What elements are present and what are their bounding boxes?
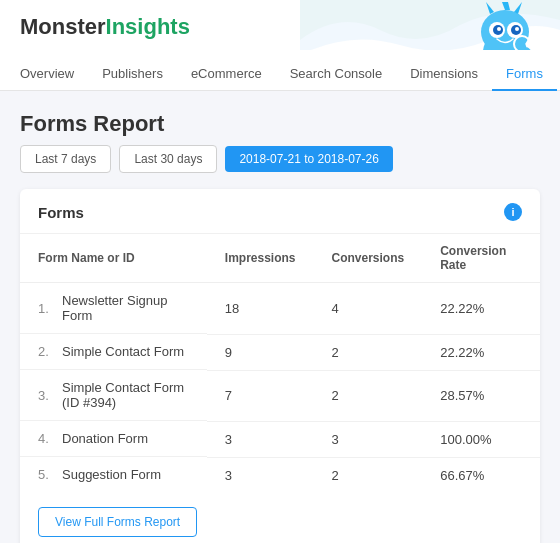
- table-row: 1. Newsletter Signup Form 18 4 22.22%: [20, 283, 540, 335]
- cell-form-name: 3. Simple Contact Form (ID #394): [20, 370, 207, 421]
- form-name: Simple Contact Form (ID #394): [62, 380, 189, 410]
- page-title: Forms Report: [20, 111, 164, 137]
- card-title: Forms: [38, 204, 84, 221]
- monster-character: [460, 2, 550, 50]
- header: MonsterInsights: [0, 0, 560, 50]
- cell-impressions: 3: [207, 457, 314, 493]
- cell-form-name: 4. Donation Form: [20, 421, 207, 457]
- nav-item-dimensions[interactable]: Dimensions: [396, 58, 492, 91]
- card-header: Forms i: [20, 189, 540, 234]
- date-buttons: Last 7 days Last 30 days 2018-07-21 to 2…: [20, 145, 393, 173]
- nav-item-forms[interactable]: Forms: [492, 58, 557, 91]
- form-name: Newsletter Signup Form: [62, 293, 189, 323]
- main-content: Forms Report Last 7 days Last 30 days 20…: [0, 91, 560, 543]
- nav-item-publishers[interactable]: Publishers: [88, 58, 177, 91]
- row-number: 5.: [38, 467, 58, 482]
- last-7-days-button[interactable]: Last 7 days: [20, 145, 111, 173]
- last-30-days-button[interactable]: Last 30 days: [119, 145, 217, 173]
- card-footer: View Full Forms Report: [20, 493, 540, 544]
- nav-item-ecommerce[interactable]: eCommerce: [177, 58, 276, 91]
- table-row: 2. Simple Contact Form 9 2 22.22%: [20, 334, 540, 370]
- cell-conversions: 3: [314, 421, 423, 457]
- row-number: 1.: [38, 301, 58, 316]
- nav-item-search-console[interactable]: Search Console: [276, 58, 397, 91]
- cell-impressions: 7: [207, 370, 314, 421]
- cell-impressions: 18: [207, 283, 314, 335]
- cell-conversions: 4: [314, 283, 423, 335]
- logo-insights: Insights: [106, 14, 190, 40]
- svg-marker-2: [486, 2, 494, 14]
- cell-impressions: 3: [207, 421, 314, 457]
- monster-svg: [460, 2, 550, 50]
- cell-form-name: 1. Newsletter Signup Form: [20, 283, 207, 334]
- col-form-name: Form Name or ID: [20, 234, 207, 283]
- svg-point-10: [515, 27, 519, 31]
- table-body: 1. Newsletter Signup Form 18 4 22.22% 2.…: [20, 283, 540, 493]
- table-header-row: Form Name or ID Impressions Conversions …: [20, 234, 540, 283]
- col-conversion-rate: Conversion Rate: [422, 234, 540, 283]
- col-conversions: Conversions: [314, 234, 423, 283]
- cell-form-name: 5. Suggestion Form: [20, 457, 207, 492]
- cell-conversion-rate: 22.22%: [422, 334, 540, 370]
- form-name: Simple Contact Form: [62, 344, 184, 359]
- table-row: 5. Suggestion Form 3 2 66.67%: [20, 457, 540, 493]
- form-name: Donation Form: [62, 431, 148, 446]
- cell-conversion-rate: 66.67%: [422, 457, 540, 493]
- svg-marker-3: [502, 2, 510, 10]
- table-head: Form Name or ID Impressions Conversions …: [20, 234, 540, 283]
- cell-conversions: 2: [314, 457, 423, 493]
- cell-impressions: 9: [207, 334, 314, 370]
- cell-conversion-rate: 100.00%: [422, 421, 540, 457]
- svg-marker-4: [514, 2, 522, 14]
- logo-monster: Monster: [20, 14, 106, 40]
- cell-conversion-rate: 22.22%: [422, 283, 540, 335]
- info-icon[interactable]: i: [504, 203, 522, 221]
- form-name: Suggestion Form: [62, 467, 161, 482]
- title-row: Forms Report Last 7 days Last 30 days 20…: [20, 111, 540, 173]
- forms-table: Form Name or ID Impressions Conversions …: [20, 234, 540, 493]
- cell-conversions: 2: [314, 334, 423, 370]
- navigation: Overview Publishers eCommerce Search Con…: [0, 58, 560, 91]
- cell-conversion-rate: 28.57%: [422, 370, 540, 421]
- table-row: 4. Donation Form 3 3 100.00%: [20, 421, 540, 457]
- cell-form-name: 2. Simple Contact Form: [20, 334, 207, 370]
- row-number: 4.: [38, 431, 58, 446]
- row-number: 2.: [38, 344, 58, 359]
- forms-card: Forms i Form Name or ID Impressions Conv…: [20, 189, 540, 543]
- nav-item-overview[interactable]: Overview: [20, 58, 88, 91]
- cell-conversions: 2: [314, 370, 423, 421]
- svg-point-9: [497, 27, 501, 31]
- table-row: 3. Simple Contact Form (ID #394) 7 2 28.…: [20, 370, 540, 421]
- col-impressions: Impressions: [207, 234, 314, 283]
- date-range-button[interactable]: 2018-07-21 to 2018-07-26: [225, 146, 392, 172]
- view-full-report-button[interactable]: View Full Forms Report: [38, 507, 197, 537]
- row-number: 3.: [38, 388, 58, 403]
